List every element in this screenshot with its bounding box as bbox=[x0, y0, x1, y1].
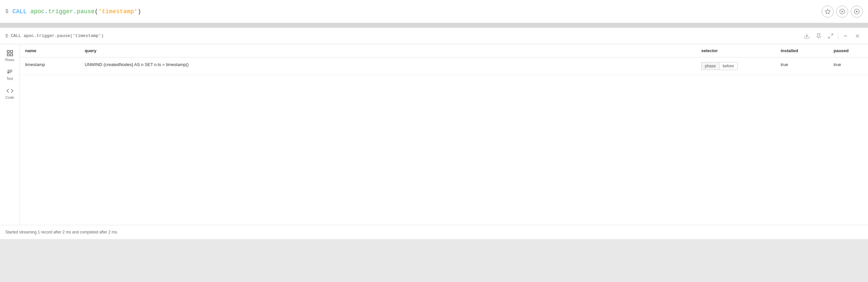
download-button[interactable] bbox=[802, 31, 812, 41]
table-header-row: name query selector installed paused bbox=[20, 44, 868, 58]
phase-key-tag: phase bbox=[701, 62, 719, 70]
cell-name: timestamp bbox=[20, 58, 80, 75]
col-header-name: name bbox=[20, 44, 80, 58]
svg-rect-15 bbox=[7, 54, 9, 56]
divider bbox=[0, 23, 868, 28]
editor-actions bbox=[822, 6, 863, 17]
editor-bar: $ CALL apoc.trigger.pause('timestamp') bbox=[0, 0, 868, 23]
sidebar-item-rows[interactable]: Rows bbox=[1, 47, 19, 64]
tag-group: phase before bbox=[701, 62, 770, 70]
code-paren2: ) bbox=[137, 8, 141, 15]
code-paren1: ( bbox=[95, 8, 98, 15]
col-header-installed: installed bbox=[775, 44, 828, 58]
svg-line-9 bbox=[828, 36, 830, 38]
sidebar: Rows Text Code bbox=[0, 44, 20, 225]
run-button[interactable] bbox=[851, 6, 863, 17]
sidebar-code-label: Code bbox=[5, 96, 14, 99]
sidebar-item-code[interactable]: Code bbox=[1, 84, 19, 102]
pin-button[interactable] bbox=[813, 31, 824, 41]
favorite-button[interactable] bbox=[822, 6, 834, 17]
code-icon bbox=[6, 87, 13, 95]
sidebar-item-text[interactable]: Text bbox=[1, 66, 19, 83]
code-dot2: . bbox=[73, 8, 77, 15]
svg-marker-5 bbox=[857, 10, 858, 12]
results-panel: $ CALL apoc.trigger.pause('timestamp') bbox=[0, 28, 868, 239]
sidebar-text-label: Text bbox=[6, 77, 13, 80]
phase-value-tag: before bbox=[719, 62, 738, 70]
svg-marker-0 bbox=[825, 9, 830, 13]
svg-line-8 bbox=[831, 34, 833, 35]
editor-code: CALL apoc.trigger.pause('timestamp') bbox=[12, 8, 141, 15]
cancel-button[interactable] bbox=[836, 6, 848, 17]
status-bar: Started streaming 1 record after 2 ms an… bbox=[0, 225, 868, 239]
header-separator bbox=[838, 33, 838, 39]
results-table: name query selector installed paused tim… bbox=[20, 44, 868, 75]
results-header-code: CALL apoc.trigger.pause('timestamp') bbox=[10, 33, 802, 38]
code-apoc: apoc bbox=[30, 8, 45, 15]
table-row: timestamp UNWIND {createdNodes} AS n SET… bbox=[20, 58, 868, 75]
cell-query: UNWIND {createdNodes} AS n SET n.ts = ti… bbox=[80, 58, 696, 75]
results-header: $ CALL apoc.trigger.pause('timestamp') bbox=[0, 28, 868, 44]
code-trigger: trigger bbox=[48, 8, 73, 15]
sidebar-rows-label: Rows bbox=[5, 58, 14, 62]
col-header-paused: paused bbox=[828, 44, 868, 58]
cell-installed: true bbox=[775, 58, 828, 75]
close-result-button[interactable] bbox=[852, 31, 863, 41]
col-header-selector: selector bbox=[696, 44, 775, 58]
selector-content: phase before bbox=[701, 62, 770, 70]
code-string: 'timestamp' bbox=[98, 8, 137, 15]
code-call: CALL bbox=[12, 8, 30, 15]
results-header-actions bbox=[802, 31, 863, 41]
cell-selector: phase before bbox=[696, 58, 775, 75]
svg-rect-14 bbox=[10, 54, 12, 56]
col-header-query: query bbox=[80, 44, 696, 58]
main-content: Rows Text Code bbox=[0, 44, 868, 225]
collapse-button[interactable] bbox=[840, 31, 851, 41]
editor-dollar: $ bbox=[5, 9, 9, 14]
table-area: name query selector installed paused tim… bbox=[20, 44, 868, 225]
svg-rect-13 bbox=[10, 50, 12, 52]
grid-icon bbox=[6, 49, 13, 57]
text-icon bbox=[6, 68, 13, 76]
code-pause: pause bbox=[77, 8, 95, 15]
code-dot1: . bbox=[45, 8, 48, 15]
results-dollar: $ bbox=[5, 33, 8, 39]
status-message: Started streaming 1 record after 2 ms an… bbox=[5, 230, 118, 235]
cell-paused: true bbox=[828, 58, 868, 75]
expand-button[interactable] bbox=[825, 31, 836, 41]
svg-rect-12 bbox=[7, 50, 9, 52]
